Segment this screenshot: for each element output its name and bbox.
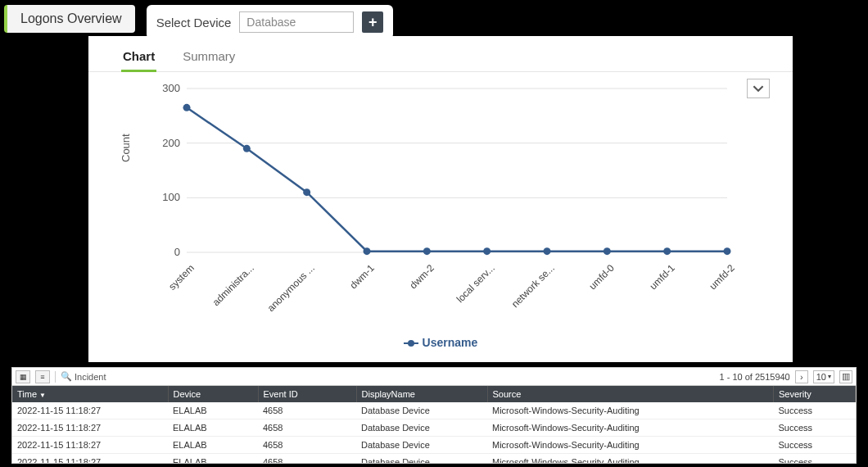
col-severity[interactable]: Severity: [774, 386, 856, 402]
svg-point-9: [243, 145, 251, 152]
cell-source: Microsoft-Windows-Security-Auditing: [487, 437, 774, 454]
add-device-button[interactable]: +: [362, 11, 383, 33]
cell-device: ELALAB: [168, 419, 258, 437]
cell-event_id: 4658: [258, 419, 356, 437]
page-title-pill[interactable]: Logons Overview: [4, 5, 135, 33]
search-icon: 🔍: [61, 371, 72, 382]
cell-time: 2022-11-15 11:18:27: [12, 437, 168, 454]
cell-display: Database Device: [356, 419, 487, 437]
col-time[interactable]: Time▼: [12, 386, 168, 402]
svg-point-12: [423, 247, 431, 255]
svg-point-17: [724, 247, 731, 255]
cell-source: Microsoft-Windows-Security-Auditing: [487, 402, 774, 419]
cell-source: Microsoft-Windows-Security-Auditing: [487, 419, 774, 437]
cell-device: ELALAB: [168, 454, 258, 465]
grid-toolbar: ▦ ≡ 🔍 Incident 1 - 10 of 2515940 › 10▾ ▥: [12, 368, 856, 386]
svg-point-8: [183, 104, 191, 111]
chart-menu-button[interactable]: [747, 79, 770, 98]
device-search-input[interactable]: [239, 11, 354, 33]
col-displayname-label: DisplayName: [362, 389, 415, 399]
svg-point-15: [604, 247, 611, 255]
cell-event_id: 4658: [258, 437, 356, 454]
chart-panel: Chart Summary Count 0100200300 systemadm…: [88, 36, 793, 362]
grid-view-list-button[interactable]: ≡: [35, 370, 50, 383]
col-device[interactable]: Device: [168, 386, 258, 402]
page-size-value: 10: [816, 372, 826, 382]
cell-display: Database Device: [356, 437, 487, 454]
cell-device: ELALAB: [168, 437, 258, 454]
svg-text:200: 200: [162, 137, 180, 149]
select-device-label: Select Device: [156, 16, 232, 29]
col-source[interactable]: Source: [487, 386, 774, 402]
next-page-button[interactable]: ›: [795, 370, 808, 383]
chevron-right-icon: ›: [800, 372, 803, 382]
tab-chart[interactable]: Chart: [121, 44, 156, 72]
page-title: Logons Overview: [20, 11, 122, 25]
list-icon: ≡: [40, 373, 44, 381]
table-header-row: Time▼ Device Event ID DisplayName Source…: [12, 386, 856, 402]
device-selector-panel: Select Device +: [147, 5, 394, 39]
cell-display: Database Device: [356, 402, 487, 419]
chart-legend: Username: [88, 336, 793, 349]
svg-point-10: [303, 188, 310, 196]
line-chart: 0100200300: [154, 72, 744, 285]
svg-text:0: 0: [174, 246, 180, 258]
caret-down-icon: ▾: [828, 373, 831, 380]
svg-text:300: 300: [162, 82, 180, 94]
grid-view-table-button[interactable]: ▦: [16, 370, 30, 383]
svg-point-11: [364, 247, 371, 255]
cell-time: 2022-11-15 11:18:27: [12, 419, 168, 437]
toolbar-separator: [55, 371, 56, 383]
svg-point-16: [663, 247, 671, 255]
pagination-info: 1 - 10 of 2515940: [720, 372, 790, 382]
col-time-label: Time: [17, 389, 37, 399]
cell-device: ELALAB: [168, 402, 258, 419]
tab-summary[interactable]: Summary: [181, 44, 237, 71]
cell-event_id: 4658: [258, 402, 356, 419]
col-eventid-label: Event ID: [264, 389, 298, 399]
columns-icon: ▥: [842, 371, 850, 382]
cell-severity: Success: [774, 419, 856, 437]
sort-desc-icon: ▼: [39, 392, 46, 399]
table-row[interactable]: 2022-11-15 11:18:27ELALAB4658Database De…: [12, 419, 856, 437]
incident-filter-label: Incident: [75, 372, 106, 382]
columns-button[interactable]: ▥: [839, 370, 852, 383]
cell-time: 2022-11-15 11:18:27: [12, 402, 168, 419]
svg-point-14: [544, 247, 551, 255]
events-grid: ▦ ≡ 🔍 Incident 1 - 10 of 2515940 › 10▾ ▥…: [11, 367, 857, 464]
cell-severity: Success: [774, 437, 856, 454]
col-severity-label: Severity: [779, 389, 811, 399]
legend-series-label: Username: [423, 336, 478, 349]
cell-time: 2022-11-15 11:18:27: [12, 454, 168, 465]
plus-icon: +: [368, 14, 377, 31]
table-row[interactable]: 2022-11-15 11:18:27ELALAB4658Database De…: [12, 437, 856, 454]
svg-point-13: [483, 247, 491, 255]
cell-severity: Success: [774, 454, 856, 465]
table-row[interactable]: 2022-11-15 11:18:27ELALAB4658Database De…: [12, 402, 856, 419]
svg-text:100: 100: [162, 191, 180, 203]
col-device-label: Device: [174, 389, 201, 399]
cell-event_id: 4658: [258, 454, 356, 465]
table-icon: ▦: [20, 373, 27, 381]
col-displayname[interactable]: DisplayName: [356, 386, 487, 402]
page-size-selector[interactable]: 10▾: [813, 370, 834, 383]
cell-display: Database Device: [356, 454, 487, 465]
incident-filter[interactable]: 🔍 Incident: [61, 371, 106, 382]
y-axis-label: Count: [120, 134, 132, 162]
col-eventid[interactable]: Event ID: [258, 386, 356, 402]
table-row[interactable]: 2022-11-15 11:18:27ELALAB4658Database De…: [12, 454, 856, 465]
chevron-down-icon: [753, 83, 764, 94]
col-source-label: Source: [493, 389, 522, 399]
cell-source: Microsoft-Windows-Security-Auditing: [487, 454, 774, 465]
cell-severity: Success: [774, 402, 856, 419]
